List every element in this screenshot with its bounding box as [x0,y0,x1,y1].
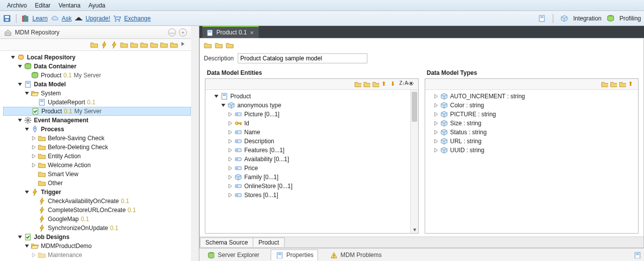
view-menu-icon[interactable] [633,251,641,259]
tree-node-entity-action[interactable]: Entity Action [3,152,191,161]
save-icon[interactable] [3,14,11,22]
entity-attr-description[interactable]: Description [206,137,417,146]
panel-tool-icon[interactable] [354,80,362,88]
tree-node-trigger-item[interactable]: CheckAvailabilityOnCreate0.1 [3,197,191,206]
tree-node-trigger-item[interactable]: CompleteStoreURLOnCreate0.1 [3,206,191,215]
entity-attr-picture[interactable]: Picture [0...1] [206,110,417,119]
repository-view: MDM Repository — + [0,26,199,261]
arrow-up-icon[interactable]: ⬆ [628,80,636,88]
type-node[interactable]: Status : string [426,128,637,137]
entity-node-anon-type[interactable]: anonymous type [206,101,417,110]
entity-attr-name[interactable]: Name [206,128,417,137]
menu-file[interactable]: Archivo [3,1,31,10]
view-mdm-problems[interactable]: MDM Problems [325,250,386,261]
tree-node-event-management[interactable]: Event Management [3,116,191,125]
editor-tab-product[interactable]: Product 0.1 × [202,26,259,38]
type-node[interactable]: URL : string [426,137,637,146]
toolbar-icon[interactable] [160,41,168,49]
entity-attr-price[interactable]: Price [206,164,417,173]
view-server-explorer[interactable]: Server Explorer [202,250,264,261]
panel-tool-icon[interactable] [363,80,371,88]
tree-node-system[interactable]: System [3,89,191,98]
sort-icon[interactable]: Z↓A [399,80,407,88]
scrollbar-vertical[interactable] [191,26,199,261]
menu-help[interactable]: Ayuda [84,1,109,10]
menu-window[interactable]: Ventana [54,1,84,10]
tree-node-trigger-item[interactable]: GoogleMap0.1 [3,215,191,224]
entity-attr-onlinestore[interactable]: OnlineStore [0...1] [206,182,417,191]
minimize-view-button[interactable]: — [168,28,176,36]
description-input[interactable] [238,53,367,63]
menu-edit[interactable]: Editar [31,1,54,10]
perspective-integration[interactable]: Integration [573,15,602,22]
entity-attr-features[interactable]: Features [0...1] [206,146,417,155]
toolbar-icon[interactable] [180,41,188,49]
tree-node-update-report[interactable]: UpdateReport 0.1 [3,98,191,107]
panel-tool-icon[interactable] [619,80,627,88]
filter-icon[interactable]: 👁 [408,80,416,88]
tree-node-process[interactable]: Process [3,125,191,134]
tree-node-maintenance[interactable]: Maintenance [3,251,191,260]
menu-bar: Archivo Editar Ventana Ayuda [0,0,644,11]
panel-tool-icon[interactable] [610,80,618,88]
perspective-switch-icon[interactable] [538,14,546,22]
upgrade-link[interactable]: Upgrade! [86,15,110,22]
tab-product[interactable]: Product [253,238,284,247]
bolt-icon [38,215,46,223]
learn-link[interactable]: Learn [32,15,48,22]
tree-node-smart-view[interactable]: Smart View [3,170,191,179]
repository-tree[interactable]: Local Repository Data Container Product … [0,51,191,261]
tree-node-mdm-demo[interactable]: MDMProductDemo [3,242,191,251]
toolbar-icon[interactable] [170,41,178,49]
tree-node-before-saving[interactable]: Before-Saving Check [3,134,191,143]
scrollbar-vertical[interactable]: ▴▾ [410,90,418,233]
toolbar-icon[interactable] [110,41,118,49]
type-node[interactable]: Size : string [426,119,637,128]
editor-tool-icon[interactable] [226,41,234,49]
tree-node-before-deleting[interactable]: Before-Deleting Check [3,143,191,152]
maximize-view-button[interactable]: + [179,28,187,36]
tab-schema-source[interactable]: Schema Source [200,238,253,247]
editor-tool-icon[interactable] [215,41,223,49]
view-properties[interactable]: Properties [271,250,318,261]
toolbar-icon[interactable] [150,41,158,49]
entities-tree[interactable]: Product anonymous type Picture [0...1] I… [205,90,418,233]
type-node[interactable]: PICTURE : string [426,110,637,119]
close-tab-icon[interactable]: × [250,29,254,36]
entity-node-product[interactable]: Product [206,92,417,101]
toolbar-icon[interactable] [120,41,128,49]
type-node[interactable]: UUID : string [426,146,637,155]
entity-attr-id[interactable]: Id [206,119,417,128]
ask-link[interactable]: Ask [62,15,72,22]
arrow-up-icon[interactable]: ⬆ [381,80,389,88]
panel-tool-icon[interactable] [372,80,380,88]
toolbar-icon[interactable] [140,41,148,49]
tree-node-product-model[interactable]: Product 0.1 My Server [3,107,191,116]
tree-node-local-repository[interactable]: Local Repository [3,53,191,62]
toolbar-icon[interactable] [130,41,138,49]
entity-attr-stores[interactable]: Stores [0...1] [206,191,417,200]
tree-node-other[interactable]: Other [3,179,191,188]
toolbar-icon[interactable] [90,41,98,49]
types-tree[interactable]: AUTO_INCREMENT : string Color : string P… [425,90,638,233]
tree-node-trigger[interactable]: Trigger [3,188,191,197]
tree-node-job-designs[interactable]: Job Designs [3,233,191,242]
tree-node-product-container[interactable]: Product 0.1 My Server [3,71,191,80]
cube-icon [440,128,448,136]
tree-node-data-container[interactable]: Data Container [3,62,191,71]
arrow-down-icon[interactable]: ⬇ [390,80,398,88]
attribute-icon [234,155,242,163]
entity-attr-family[interactable]: Family [0...1] [206,173,417,182]
toolbar-icon[interactable] [100,41,108,49]
tree-node-data-model[interactable]: Data Model [3,80,191,89]
views-strip: Server Explorer Properties MDM Problems [199,248,644,261]
type-node[interactable]: Color : string [426,101,637,110]
panel-tool-icon[interactable] [601,80,609,88]
perspective-profiling[interactable]: Profiling [620,15,641,22]
type-node[interactable]: AUTO_INCREMENT : string [426,92,637,101]
exchange-link[interactable]: Exchange [124,15,151,22]
editor-tool-icon[interactable] [204,41,212,49]
tree-node-welcome-action[interactable]: Welcome Action [3,161,191,170]
entity-attr-availability[interactable]: Availability [0...1] [206,155,417,164]
tree-node-trigger-item[interactable]: SynchronizeOnUpdate0.1 [3,224,191,233]
